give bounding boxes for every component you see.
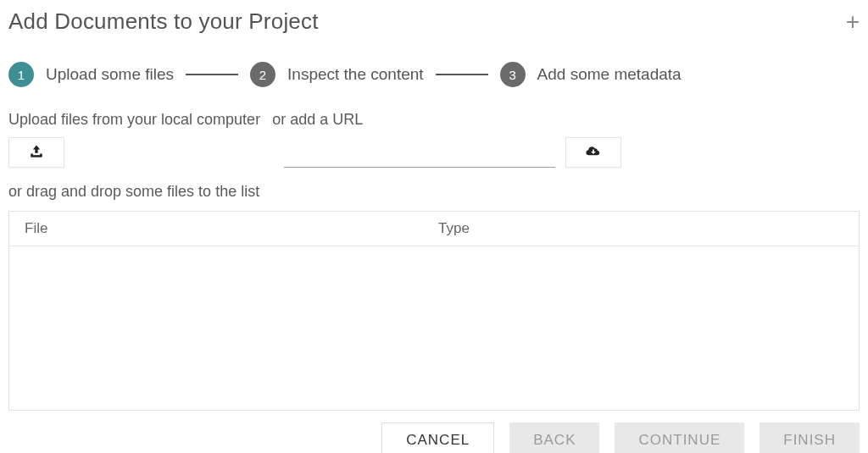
url-input[interactable] <box>284 141 555 168</box>
wizard-stepper: 1 Upload some files 2 Inspect the conten… <box>8 62 860 87</box>
upload-local-label: Upload files from your local computer <box>8 111 260 129</box>
cancel-button[interactable]: CANCEL <box>381 423 494 453</box>
table-header-file: File <box>25 220 438 237</box>
table-header-row: File Type <box>9 212 859 246</box>
step-2-circle: 2 <box>250 62 275 87</box>
file-drop-zone[interactable] <box>9 246 859 410</box>
download-cloud-icon <box>585 143 602 163</box>
drag-drop-hint: or drag and drop some files to the list <box>8 183 860 201</box>
step-1-circle: 1 <box>8 62 34 87</box>
page-title: Add Documents to your Project <box>8 8 319 35</box>
finish-button[interactable]: FINISH <box>760 423 860 453</box>
step-1-label: Upload some files <box>46 65 174 84</box>
download-url-button[interactable] <box>565 137 621 168</box>
wizard-footer: CANCEL BACK CONTINUE FINISH <box>8 423 860 453</box>
upload-icon <box>28 143 45 163</box>
continue-button[interactable]: CONTINUE <box>615 423 744 453</box>
step-inspect[interactable]: 2 Inspect the content <box>250 62 424 87</box>
step-metadata[interactable]: 3 Add some metadata <box>500 62 682 87</box>
step-upload[interactable]: 1 Upload some files <box>8 62 174 87</box>
table-header-type: Type <box>438 220 843 237</box>
plus-icon[interactable]: + <box>846 10 860 34</box>
step-3-circle: 3 <box>500 62 526 87</box>
svg-rect-2 <box>40 153 42 156</box>
back-button[interactable]: BACK <box>509 423 599 453</box>
step-connector <box>436 74 488 75</box>
upload-url-label: or add a URL <box>272 111 621 129</box>
svg-rect-1 <box>31 153 33 156</box>
file-table: File Type <box>8 211 860 411</box>
step-2-label: Inspect the content <box>287 65 424 84</box>
step-3-label: Add some metadata <box>537 65 682 84</box>
upload-button[interactable] <box>8 137 64 168</box>
step-connector <box>186 74 238 75</box>
